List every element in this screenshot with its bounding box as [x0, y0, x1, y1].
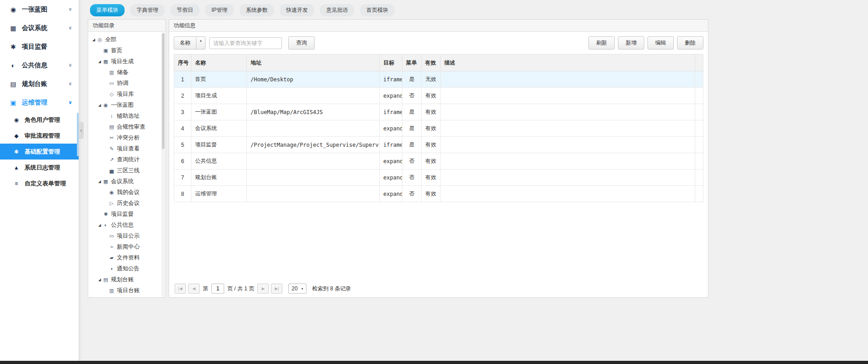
- query-button[interactable]: 查询: [288, 36, 315, 50]
- sidebar-item[interactable]: ◉ 一张蓝图 ∨: [0, 0, 79, 19]
- page-label-total: 页 / 共 1 页: [227, 285, 254, 293]
- cell-menu: 是: [402, 104, 421, 120]
- tree-item[interactable]: ◢ ◎ 全部: [89, 34, 161, 45]
- sidebar-item[interactable]: ▣ 运维管理 ∨: [0, 93, 79, 112]
- sidebar-subitem[interactable]: ≡ 自定义表单管理: [0, 175, 79, 191]
- sidebar-subitem[interactable]: ◉ 角色用户管理: [0, 112, 79, 128]
- sidebar-collapse-handle[interactable]: ‹: [79, 122, 84, 139]
- add-button[interactable]: 新增: [618, 36, 644, 50]
- tree-item[interactable]: ✎ 项目查看: [89, 143, 161, 154]
- delete-button[interactable]: 删除: [677, 36, 703, 50]
- tree-item[interactable]: ◉ 我的会议: [89, 187, 161, 198]
- tree-item[interactable]: ✂ 冲突分析: [89, 132, 161, 143]
- search-input[interactable]: [209, 37, 282, 49]
- tree-item-label: 项目监督: [111, 210, 134, 218]
- sidebar-subitem[interactable]: ▲ 系统日志管理: [0, 160, 79, 175]
- sidebar-subitem[interactable]: ◆ 审批流程管理: [0, 128, 79, 144]
- tree-item[interactable]: ▰ 文件资料: [89, 252, 161, 263]
- cell-url: /BlueMap/Map/ArcGIS4JS: [247, 104, 380, 120]
- tree-expander-icon[interactable]: ◢: [91, 38, 96, 42]
- module-tab[interactable]: 系统参数: [240, 4, 274, 16]
- tree-item[interactable]: ◢ ▤ 规划台账: [89, 274, 161, 285]
- tree-item[interactable]: ▥ 项目台账: [89, 285, 161, 296]
- tree-item-label: 查询统计: [117, 156, 140, 164]
- supervise-icon: ✱: [102, 211, 109, 217]
- tree-item[interactable]: ▅ 三区三线: [89, 165, 161, 176]
- tree-scrollbar-thumb[interactable]: [162, 33, 165, 149]
- tree-item[interactable]: ▭ 协调: [89, 78, 161, 89]
- sidebar-subitem[interactable]: ✱ 基础配置管理: [0, 144, 79, 160]
- warning-icon: ▲: [13, 165, 20, 171]
- search-field-label[interactable]: 名称: [174, 36, 196, 50]
- tree-item-label: 项目台账: [117, 287, 140, 294]
- tree-expander-icon[interactable]: ◢: [97, 60, 102, 64]
- tree-item[interactable]: ◢ ◉ 一张蓝图: [89, 100, 161, 110]
- tree-expander-icon[interactable]: ◢: [97, 180, 102, 184]
- table-row[interactable]: 2 项目生成 expand 否 有效: [174, 88, 703, 104]
- table-row[interactable]: 8 运维管理 expand 否 有效: [174, 186, 703, 202]
- cell-seq: 3: [174, 104, 191, 120]
- search-field-selector[interactable]: 名称 ▾: [174, 36, 206, 50]
- sidebar-item[interactable]: ▦ 会议系统 ∨: [0, 19, 79, 37]
- table-row[interactable]: 6 公共信息 expand 否 有效: [174, 153, 703, 170]
- table-row[interactable]: 7 规划台账 expand 否 有效: [174, 170, 703, 186]
- cell-valid: 有效: [421, 137, 441, 153]
- info-panel-title: 功能信息: [169, 20, 708, 32]
- tree-expander-icon[interactable]: ◢: [97, 223, 102, 227]
- page-size-select[interactable]: 20 ▾: [288, 284, 306, 294]
- module-tab[interactable]: 意见批语: [320, 4, 354, 16]
- bluemap-icon: ◉: [102, 102, 109, 108]
- tree-expander-icon[interactable]: ◢: [97, 278, 102, 282]
- tree-item[interactable]: ◢ ◐ 公共信息: [89, 219, 161, 230]
- tree-item[interactable]: ↕ 辅助选址: [89, 110, 161, 121]
- sidebar-item[interactable]: ▤ 规划台账 ∨: [0, 75, 79, 93]
- table-row[interactable]: 3 一张蓝图 /BlueMap/Map/ArcGIS4JS iframe 是 有…: [174, 104, 703, 120]
- tree-scrollbar[interactable]: [161, 32, 165, 297]
- module-tab[interactable]: 菜单模块: [90, 4, 125, 16]
- sidebar-item-label: 一张蓝图: [22, 5, 68, 14]
- edit-button[interactable]: 编辑: [647, 36, 674, 50]
- tree-item[interactable]: ▷ 历史会议: [89, 198, 161, 209]
- sidebar-item[interactable]: ✱ 项目监督: [0, 37, 79, 56]
- tree-item[interactable]: ✱ 项目监督: [89, 209, 161, 219]
- tree-expander-icon[interactable]: ◢: [97, 103, 102, 107]
- tree-item-label: 项目查看: [117, 145, 140, 153]
- table-row[interactable]: 4 会议系统 expand 是 有效: [174, 120, 703, 137]
- module-tab[interactable]: 字典管理: [130, 4, 165, 16]
- module-tab[interactable]: IP管理: [205, 4, 234, 16]
- cell-target: iframe: [380, 104, 402, 120]
- cell-valid: 有效: [421, 186, 441, 202]
- column-menu: 菜单: [402, 55, 421, 71]
- tree-item-label: 项目库: [117, 90, 134, 98]
- page-number-input[interactable]: [211, 284, 224, 294]
- table-row[interactable]: 1 首页 /Home/Desktop iframe 是 无效: [174, 71, 703, 88]
- tree-item[interactable]: ▭ 项目公示: [89, 230, 161, 241]
- function-directory-panel: 功能目录 ◢ ◎ 全部 ▣ 首页 ◢ ▦ 项目生成 ▥: [88, 19, 166, 298]
- meeting-icon: ▦: [102, 179, 109, 184]
- module-tab[interactable]: 首页模块: [360, 4, 395, 16]
- module-tab[interactable]: 节假日: [171, 4, 200, 16]
- cell-filler: [695, 88, 703, 104]
- first-page-button[interactable]: |◀: [175, 284, 186, 294]
- table-row[interactable]: 5 项目监督 /ProjectManage/Project_Supervise/…: [174, 137, 703, 153]
- tree-item[interactable]: ▤ 合规性审查: [89, 121, 161, 132]
- tree-item[interactable]: ≈ 新闻中心: [89, 241, 161, 252]
- info-icon: ◐: [9, 62, 17, 69]
- tree-item[interactable]: ◖ 通知公告: [89, 263, 161, 274]
- refresh-button[interactable]: 刷新: [588, 36, 615, 50]
- tree-item[interactable]: ↗ 查询统计: [89, 154, 161, 165]
- tree-item[interactable]: ◢ ▦ 项目生成: [89, 56, 161, 67]
- module-tab[interactable]: 快速开发: [280, 4, 314, 16]
- tree-item[interactable]: ◇ 项目库: [89, 89, 161, 100]
- tree-item[interactable]: ▣ 首页: [89, 45, 161, 56]
- cell-valid: 有效: [421, 104, 441, 120]
- chevron-down-icon[interactable]: ▾: [196, 36, 206, 50]
- last-page-button[interactable]: ▶|: [271, 284, 282, 294]
- sidebar-item[interactable]: ◐ 公共信息 ∨: [0, 56, 79, 75]
- next-page-button[interactable]: ▶: [257, 284, 269, 294]
- tree-item[interactable]: ◢ ▦ 会议系统: [89, 176, 161, 187]
- prev-page-button[interactable]: ◀: [188, 284, 200, 294]
- my-meeting-icon: ◉: [108, 189, 115, 195]
- cell-desc: [441, 170, 695, 186]
- tree-item[interactable]: ▥ 储备: [89, 67, 161, 78]
